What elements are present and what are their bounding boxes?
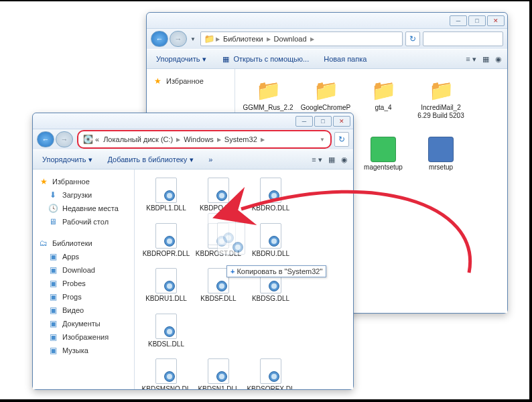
titlebar: ─ □ ✕ bbox=[147, 13, 507, 29]
file-icon: 📁 bbox=[254, 76, 282, 104]
file-label: KBDSMSNO.DLL bbox=[141, 385, 191, 389]
refresh-button[interactable]: ↻ bbox=[334, 132, 349, 147]
dll-icon bbox=[204, 357, 232, 385]
library-icon: ▣ bbox=[48, 345, 58, 356]
file-item[interactable] bbox=[245, 311, 297, 350]
file-label: KBDRU1.DLL bbox=[145, 295, 187, 303]
organize-button[interactable]: Упорядочить ▾ bbox=[152, 53, 210, 66]
sidebar-item[interactable]: ⬇Загрузки bbox=[33, 188, 134, 202]
favorites-head[interactable]: ★Избранное bbox=[147, 74, 235, 88]
sidebar-item[interactable]: ▣Probes bbox=[33, 277, 134, 290]
minimize-button[interactable]: ─ bbox=[295, 116, 313, 127]
view-controls[interactable]: ≡ ▾ ▦ ◉ bbox=[312, 155, 348, 164]
more-button[interactable]: » bbox=[204, 153, 216, 165]
minimize-button[interactable]: ─ bbox=[450, 15, 467, 26]
file-item[interactable]: KBDRU1.DLL bbox=[140, 265, 192, 304]
forward-button[interactable]: → bbox=[170, 31, 187, 47]
maximize-button[interactable]: □ bbox=[314, 116, 332, 127]
refresh-button[interactable]: ↻ bbox=[405, 31, 420, 46]
breadcrumb-item[interactable]: Библиотеки bbox=[221, 35, 265, 43]
address-bar[interactable]: 💽 « Локальный диск (C:) ▶ Windows ▶ Syst… bbox=[77, 130, 332, 149]
dll-icon bbox=[204, 176, 232, 204]
breadcrumb-item[interactable]: Локальный диск (C:) bbox=[101, 135, 175, 143]
organize-button[interactable]: Упорядочить ▾ bbox=[38, 153, 96, 166]
dropdown-icon[interactable]: ▼ bbox=[318, 137, 326, 143]
view-controls[interactable]: ≡ ▾ ▦ ◉ bbox=[466, 55, 502, 64]
explorer-window-system32: ─ □ ✕ ← → 💽 « Локальный диск (C:) ▶ Wind… bbox=[32, 113, 354, 390]
file-item[interactable]: KBDPL1.DLL bbox=[140, 175, 192, 214]
library-icon: ▣ bbox=[48, 278, 58, 289]
add-to-library-button[interactable]: Добавить в библиотеку ▾ bbox=[103, 153, 198, 166]
star-icon: ★ bbox=[38, 176, 49, 187]
open-icon: ▦ bbox=[221, 54, 230, 64]
file-item[interactable] bbox=[192, 311, 245, 350]
file-item[interactable]: KBDSOREX.DLL bbox=[245, 356, 297, 389]
sidebar-item[interactable]: 🕓Недавние места bbox=[33, 202, 134, 215]
open-with-button[interactable]: ▦Открыть с помощью... bbox=[217, 52, 313, 66]
star-icon: ★ bbox=[152, 76, 163, 86]
file-item[interactable]: KBDSL.DLL bbox=[140, 311, 192, 350]
file-label: KBDSG.DLL bbox=[252, 295, 289, 303]
file-label: KBDROPR.DLL bbox=[143, 250, 190, 258]
forward-button[interactable]: → bbox=[56, 131, 73, 147]
file-item[interactable]: KBDSN1.DLL bbox=[192, 356, 245, 389]
sidebar-item[interactable]: 🖥Рабочий стол bbox=[33, 215, 134, 228]
sidebar-item[interactable]: ▣Изображения bbox=[33, 330, 134, 344]
file-item[interactable]: KBDPO.DLL bbox=[192, 175, 245, 214]
file-item[interactable]: mrsetup bbox=[413, 134, 468, 180]
file-item[interactable]: 📁gta_4 bbox=[356, 74, 411, 129]
maximize-button[interactable]: □ bbox=[468, 15, 486, 26]
search-input[interactable] bbox=[423, 31, 503, 46]
library-icon: 🗂 bbox=[38, 238, 49, 249]
new-folder-button[interactable]: Новая папка bbox=[320, 53, 371, 65]
nav-bar: ← → 💽 « Локальный диск (C:) ▶ Windows ▶ … bbox=[33, 129, 353, 149]
address-bar[interactable]: 📁 ▶ Библиотеки ▶ Download ▶ bbox=[200, 31, 403, 46]
dll-icon bbox=[257, 222, 285, 250]
toolbar: Упорядочить ▾ ▦Открыть с помощью... Нова… bbox=[147, 49, 507, 69]
breadcrumb-chevrons[interactable]: « bbox=[93, 135, 101, 143]
back-button[interactable]: ← bbox=[151, 31, 168, 47]
sidebar-item[interactable]: ▣Документы bbox=[33, 317, 134, 330]
toolbar: Упорядочить ▾ Добавить в библиотеку ▾ » … bbox=[33, 149, 353, 170]
sidebar: ★Избранное ⬇Загрузки🕓Недавние места🖥Рабо… bbox=[33, 170, 135, 389]
favorites-head[interactable]: ★Избранное bbox=[33, 175, 134, 188]
breadcrumb-item[interactable]: Download bbox=[272, 35, 309, 43]
file-label: KBDRO.DLL bbox=[252, 204, 290, 212]
file-label: KBDSF.DLL bbox=[200, 295, 236, 303]
dll-icon bbox=[152, 176, 180, 204]
file-label: IncrediMail_2 6.29 Build 5203 bbox=[415, 104, 467, 119]
sidebar-item[interactable]: ▣Видео bbox=[33, 304, 134, 317]
breadcrumb-item[interactable]: System32 bbox=[222, 135, 259, 143]
dll-icon bbox=[257, 176, 285, 204]
file-item[interactable]: KBDSMSNO.DLL bbox=[140, 356, 192, 389]
back-button[interactable]: ← bbox=[37, 131, 54, 147]
file-item[interactable]: 📁IncrediMail_2 6.29 Build 5203 bbox=[413, 74, 468, 129]
file-icon: 📁 bbox=[369, 76, 397, 104]
history-dropdown[interactable]: ▼ bbox=[188, 31, 198, 47]
dll-icon bbox=[152, 312, 180, 340]
sidebar-item[interactable]: ▣Apps bbox=[33, 250, 134, 263]
file-label: KBDPO.DLL bbox=[200, 204, 237, 212]
content-area: ★Избранное ⬇Загрузки🕓Недавние места🖥Рабо… bbox=[33, 170, 353, 389]
file-label: mrsetup bbox=[429, 163, 453, 172]
sidebar-item[interactable]: ▣Download bbox=[33, 263, 134, 277]
libraries-head[interactable]: 🗂Библиотеки bbox=[33, 237, 134, 250]
close-button[interactable]: ✕ bbox=[333, 116, 350, 127]
file-item[interactable]: KBDROPR.DLL bbox=[140, 220, 192, 259]
breadcrumb-item[interactable]: Windows bbox=[182, 135, 216, 143]
titlebar: ─ □ ✕ bbox=[33, 113, 353, 129]
close-button[interactable]: ✕ bbox=[487, 15, 505, 26]
dll-icon bbox=[257, 357, 285, 385]
sidebar-item[interactable]: ▣Музыка bbox=[33, 344, 134, 357]
file-item[interactable]: magentsetup bbox=[356, 134, 411, 180]
file-icon bbox=[427, 135, 455, 163]
file-pane[interactable]: KBDPL1.DLLKBDPO.DLLKBDRO.DLLKBDROPR.DLLK… bbox=[135, 170, 353, 389]
file-label: KBDSN1.DLL bbox=[198, 385, 239, 389]
dll-icon bbox=[152, 222, 180, 250]
sidebar-item[interactable]: ▣Progs bbox=[33, 290, 134, 304]
dll-icon bbox=[152, 267, 180, 295]
file-item[interactable]: KBDRO.DLL bbox=[245, 175, 297, 214]
drive-icon: 💽 bbox=[82, 134, 93, 145]
file-label: KBDPL1.DLL bbox=[146, 204, 186, 212]
file-label: KBDSL.DLL bbox=[148, 340, 184, 348]
